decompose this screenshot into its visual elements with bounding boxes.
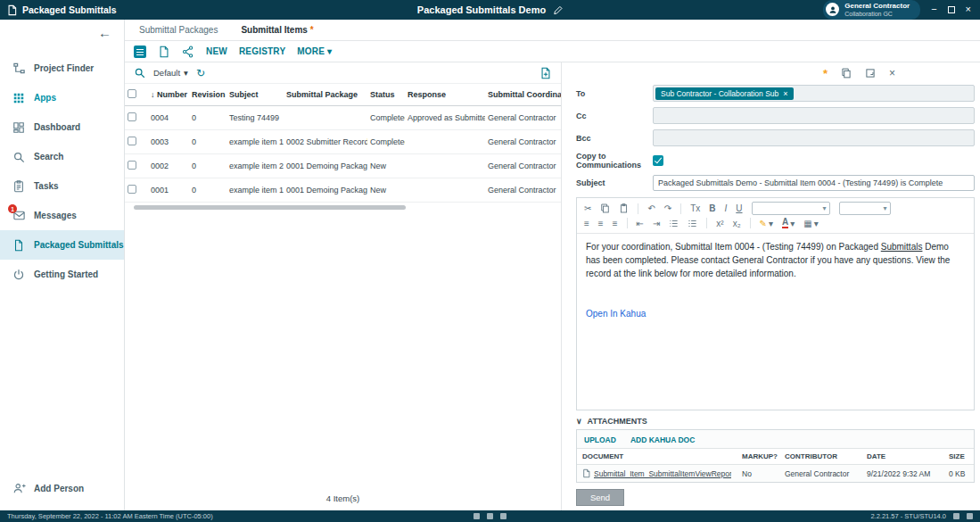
printer-icon[interactable] — [953, 513, 959, 519]
column-response[interactable]: Response — [405, 84, 485, 106]
sidebar-item-project-finder[interactable]: Project Finder — [0, 54, 124, 83]
tab-submittal-packages[interactable]: Submittal Packages — [139, 25, 218, 35]
open-in-window-icon[interactable] — [865, 68, 876, 79]
user-menu[interactable]: General Contractor Collaboration GC — [823, 0, 920, 19]
redo-icon[interactable]: ↷ — [664, 203, 671, 213]
subscript-button[interactable]: x₂ — [733, 219, 741, 228]
italic-button[interactable]: I — [725, 203, 728, 213]
column-document[interactable]: DOCUMENT — [577, 449, 737, 465]
font-size-select[interactable]: ▾ — [839, 202, 891, 215]
underline-button[interactable]: U — [736, 203, 742, 213]
row-checkbox[interactable] — [128, 161, 136, 170]
row-checkbox[interactable] — [128, 137, 136, 145]
column-date[interactable]: DATE — [861, 449, 943, 465]
attachment-row[interactable]: Submittal_Item_SubmittalItemViewReport_0… — [577, 465, 974, 483]
sidebar-item-dashboard[interactable]: Dashboard — [0, 112, 124, 142]
status-icon-3[interactable] — [500, 513, 506, 519]
message-body-editor[interactable]: For your coordination, Submittal Item 00… — [577, 234, 974, 410]
status-icon-1[interactable] — [474, 513, 480, 519]
recipient-chip[interactable]: Sub Contractor - Collaboration Sub × — [655, 87, 794, 100]
indent-icon[interactable]: ⇥ — [653, 219, 660, 228]
main-area: ← Project Finder Apps — [0, 20, 980, 510]
bullet-list-icon[interactable] — [669, 219, 679, 228]
report-doc-icon[interactable] — [158, 46, 170, 58]
copy-icon[interactable] — [841, 68, 852, 79]
column-contributor[interactable]: CONTRIBUTOR — [779, 449, 861, 465]
sidebar-item-packaged-submittals[interactable]: Packaged Submittals — [0, 230, 124, 260]
undo-icon[interactable]: ↶ — [647, 203, 655, 213]
column-markup[interactable]: MARKUP? — [737, 449, 779, 465]
table-row[interactable]: 0001 0 example item 1 0001 Demoing Packa… — [125, 178, 561, 203]
minimize-icon[interactable]: − — [931, 4, 936, 14]
sidebar-item-tasks[interactable]: Tasks — [0, 171, 124, 201]
bold-button[interactable]: B — [709, 203, 715, 213]
bcc-field[interactable] — [653, 129, 975, 146]
sidebar-collapse-button[interactable]: ← — [0, 20, 124, 45]
outdent-icon[interactable]: ⇤ — [637, 219, 644, 228]
new-button[interactable]: NEW — [206, 46, 227, 56]
close-pane-icon[interactable]: × — [889, 67, 895, 79]
editor-toolbar-row1: ✂ ↶ ↷ Tx B — [577, 198, 974, 216]
remove-recipient-icon[interactable]: × — [783, 89, 787, 98]
close-window-icon[interactable]: × — [966, 4, 971, 14]
font-color-icon[interactable]: A▾ — [782, 218, 795, 228]
paste-icon[interactable] — [619, 203, 629, 213]
select-all-checkbox[interactable] — [128, 89, 136, 98]
list-view-icon[interactable] — [134, 46, 146, 58]
align-center-button[interactable]: ≡ — [598, 219, 604, 228]
add-person-button[interactable]: Add Person — [0, 474, 124, 503]
attachments-header-row: DOCUMENT MARKUP? CONTRIBUTOR DATE SIZE — [577, 449, 974, 465]
align-right-button[interactable]: ≡ — [613, 219, 618, 228]
cell-coordinator: General Contractor — [485, 106, 561, 130]
network-icon[interactable] — [967, 513, 973, 519]
row-checkbox[interactable] — [128, 112, 136, 121]
add-kahua-doc-button[interactable]: ADD KAHUA DOC — [630, 435, 695, 444]
open-in-kahua-link[interactable]: Open In Kahua — [586, 307, 646, 320]
search-icon[interactable] — [134, 67, 145, 79]
sidebar-item-apps[interactable]: Apps — [0, 83, 124, 112]
table-row[interactable]: 0003 0 example item 1 0002 Submitter Rec… — [125, 130, 561, 154]
restore-window-icon[interactable] — [948, 6, 955, 13]
edit-pencil-icon[interactable] — [553, 5, 563, 15]
send-button[interactable]: Send — [576, 489, 624, 506]
clear-formatting-icon[interactable]: Tx — [690, 203, 700, 213]
numbered-list-icon[interactable] — [688, 219, 697, 228]
registry-button[interactable]: REGISTRY — [239, 46, 285, 56]
column-revision[interactable]: Revision — [189, 84, 226, 106]
column-size[interactable]: SIZE — [943, 449, 974, 465]
sidebar-item-getting-started[interactable]: Getting Started — [0, 260, 124, 289]
sidebar-item-messages[interactable]: 1 Messages — [0, 201, 124, 230]
insert-table-icon[interactable]: ▦▾ — [803, 219, 818, 228]
copy-icon[interactable] — [600, 203, 610, 213]
tab-submittal-items[interactable]: Submittal Items* — [241, 25, 313, 35]
superscript-button[interactable]: x² — [716, 219, 723, 228]
status-icon-2[interactable] — [487, 513, 493, 519]
to-field[interactable]: Sub Contractor - Collaboration Sub × — [653, 85, 975, 102]
row-checkbox[interactable] — [128, 185, 136, 194]
more-button[interactable]: MORE ▾ — [297, 46, 332, 56]
upload-button[interactable]: UPLOAD — [584, 435, 616, 444]
table-row[interactable]: 0002 0 example item 2 0001 Demoing Packa… — [125, 154, 561, 178]
align-left-button[interactable]: ≡ — [584, 219, 589, 228]
horizontal-scrollbar[interactable] — [134, 205, 406, 210]
sidebar-item-search[interactable]: Search — [0, 142, 124, 171]
column-status[interactable]: Status — [367, 84, 405, 106]
view-filter-dropdown[interactable]: Default ▾ — [153, 68, 188, 78]
column-submittal-coordinator[interactable]: Submittal Coordinator — [485, 84, 561, 106]
highlight-color-icon[interactable]: ✎▾ — [760, 219, 773, 228]
attachment-file-name[interactable]: Submittal_Item_SubmittalItemViewReport_0… — [594, 469, 731, 478]
column-subject[interactable]: Subject — [226, 84, 284, 106]
copy-to-communications-checkbox[interactable] — [653, 155, 663, 166]
column-number[interactable]: ↓ Number — [148, 84, 189, 106]
refresh-icon[interactable]: ↻ — [196, 67, 205, 79]
item-count: 4 Item(s) — [125, 488, 561, 510]
attachments-section-toggle[interactable]: ∨ ATTACHMENTS — [576, 417, 975, 426]
font-family-select[interactable]: ▾ — [752, 202, 830, 215]
export-report-icon[interactable] — [539, 67, 552, 79]
share-icon[interactable] — [182, 46, 194, 58]
cc-field[interactable] — [653, 107, 975, 124]
table-row[interactable]: 0004 0 Testing 74499 Completed Approved … — [125, 106, 561, 130]
cut-icon[interactable]: ✂ — [584, 203, 591, 213]
column-submittal-package[interactable]: Submittal Package — [284, 84, 367, 106]
subject-input[interactable] — [653, 175, 975, 191]
